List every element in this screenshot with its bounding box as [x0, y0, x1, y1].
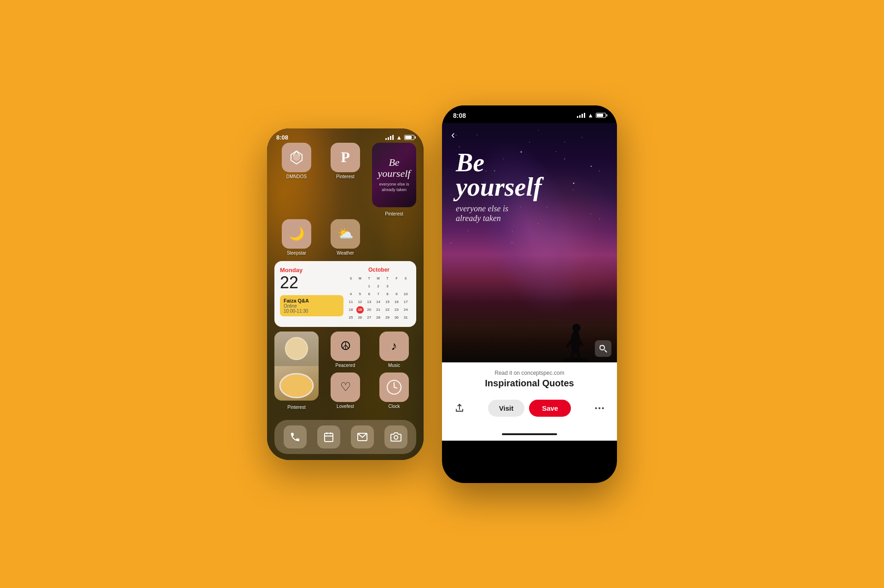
- app-dmndos[interactable]: DMNDOS: [274, 143, 319, 179]
- calendar-month-name: October: [347, 267, 411, 273]
- read-prefix: Read it on: [494, 370, 520, 376]
- pinterest-image: Be yourself everyone else is already tak…: [442, 123, 617, 362]
- status-bar-right: 8:08 ▲: [442, 105, 617, 123]
- sleepstar-icon: 🌙: [282, 219, 311, 249]
- time-left: 8:08: [276, 134, 288, 141]
- quote-be-small: Be: [389, 157, 399, 168]
- svg-line-21: [605, 350, 607, 352]
- quote-yourself-small: yourself: [378, 168, 411, 179]
- quote-sub1-right: everyone else is: [456, 204, 603, 214]
- app-music[interactable]: ♪ Music: [372, 332, 416, 368]
- peacenrd-label: Peacenrd: [336, 363, 355, 368]
- svg-line-17: [578, 351, 579, 360]
- event-title: Faiza Q&A: [284, 298, 340, 303]
- action-row: Visit Save: [451, 396, 608, 420]
- weather-icon: ⛅: [331, 219, 360, 249]
- read-site: conceptspec.com: [521, 370, 564, 376]
- back-button[interactable]: ‹: [451, 128, 455, 141]
- home-bar: [502, 433, 557, 435]
- event-location: Online: [284, 303, 340, 309]
- wifi-icon: ▲: [396, 134, 402, 141]
- calendar-day-num: 22: [280, 274, 343, 292]
- svg-point-22: [595, 407, 597, 409]
- app-pinterest-top[interactable]: P Pinterest: [323, 143, 367, 179]
- photo-widget-label: Pinterest: [287, 405, 305, 410]
- small-apps-col1: ☮ Peacenrd ♡ Lovefest: [323, 332, 367, 409]
- app-peacenrd[interactable]: ☮ Peacenrd: [323, 332, 367, 368]
- music-label: Music: [388, 363, 400, 368]
- lens-search-icon[interactable]: [595, 340, 611, 357]
- svg-point-24: [602, 407, 604, 409]
- pinterest-top-icon: P: [331, 143, 360, 172]
- calendar-day-name: Monday: [280, 267, 343, 274]
- app-clock[interactable]: Clock: [372, 373, 416, 409]
- battery-icon-right: [596, 113, 606, 118]
- clock-label: Clock: [388, 404, 400, 409]
- phone-right: 8:08 ▲ ‹: [442, 105, 617, 483]
- more-button[interactable]: [591, 400, 608, 416]
- bottom-apps-section: Pinterest ☮ Peacenrd ♡ Lovefest ♪ Music: [267, 327, 424, 413]
- bottom-sheet: Read it on conceptspec.com Inspirational…: [442, 362, 617, 428]
- calendar-widget: Monday 22 Faiza Q&A Online 10:00-11:30 O…: [274, 261, 416, 327]
- status-bar-left: 8:08 ▲: [267, 128, 424, 143]
- peacenrd-icon: ☮: [331, 332, 360, 361]
- inspirational-title: Inspirational Quotes: [451, 378, 608, 389]
- svg-point-15: [572, 324, 581, 332]
- dmndos-icon: [282, 143, 311, 172]
- lovefest-icon: ♡: [331, 373, 360, 402]
- save-button[interactable]: Save: [529, 400, 571, 417]
- share-button[interactable]: [451, 400, 468, 416]
- status-right-right: ▲: [577, 112, 606, 119]
- quote-text-right: Be yourself everyone else is already tak…: [442, 151, 617, 223]
- visit-button[interactable]: Visit: [488, 400, 524, 417]
- pinterest-large-box: Be yourself everyone else is already tak…: [372, 143, 416, 207]
- dock-camera[interactable]: [384, 425, 407, 448]
- app-lovefest[interactable]: ♡ Lovefest: [323, 373, 367, 409]
- sleepstar-label: Sleepstar: [287, 250, 306, 256]
- clock-icon: [379, 373, 409, 402]
- wifi-icon-right: ▲: [587, 112, 593, 119]
- pinterest-large-label: Pinterest: [385, 211, 403, 216]
- battery-icon: [404, 135, 414, 140]
- pinterest-large-widget[interactable]: Be yourself everyone else is already tak…: [372, 143, 416, 217]
- dock: [274, 420, 416, 454]
- photo-widget[interactable]: Pinterest: [274, 332, 319, 413]
- app-weather[interactable]: ⛅ Weather: [323, 219, 367, 256]
- svg-line-6: [394, 387, 397, 388]
- home-indicator: [442, 428, 617, 441]
- phone-left: 8:08 ▲: [267, 128, 424, 460]
- dock-mail[interactable]: [351, 425, 374, 448]
- lovefest-label: Lovefest: [337, 404, 354, 409]
- dmndos-label: DMNDOS: [286, 174, 307, 179]
- weather-label: Weather: [337, 250, 354, 256]
- app-sleepstar[interactable]: 🌙 Sleepstar: [274, 219, 319, 256]
- dock-calendar[interactable]: [317, 425, 340, 448]
- svg-rect-7: [325, 433, 333, 442]
- main-actions: Visit Save: [488, 400, 571, 417]
- svg-point-12: [394, 436, 398, 439]
- calendar-left: Monday 22 Faiza Q&A Online 10:00-11:30: [280, 267, 343, 321]
- silhouette: [562, 307, 589, 362]
- calendar-grid: S M T W T F S 1 2 3 4 5: [347, 275, 411, 321]
- calendar-right: October S M T W T F S 1 2 3: [347, 267, 411, 321]
- signal-icon: [385, 135, 394, 140]
- signal-icon-right: [577, 113, 585, 118]
- status-right-left: ▲: [385, 134, 414, 141]
- back-chevron: ‹: [451, 128, 455, 141]
- dock-phone[interactable]: [284, 425, 307, 448]
- phones-container: 8:08 ▲: [267, 105, 617, 483]
- svg-point-13: [564, 358, 587, 362]
- quote-sub-small: everyone else is already taken: [378, 182, 411, 192]
- quote-be-right: Be: [456, 151, 603, 175]
- pinterest-top-label: Pinterest: [336, 174, 354, 179]
- event-time: 10:00-11:30: [284, 309, 340, 314]
- read-it-on: Read it on conceptspec.com: [451, 370, 608, 376]
- svg-point-23: [599, 407, 600, 409]
- calendar-event[interactable]: Faiza Q&A Online 10:00-11:30: [280, 295, 343, 316]
- small-apps-col2: ♪ Music Clock: [372, 332, 416, 409]
- quote-sub2-right: already taken: [456, 214, 603, 223]
- music-icon: ♪: [379, 332, 409, 361]
- time-right: 8:08: [453, 112, 466, 119]
- quote-yourself-right: yourself: [456, 175, 603, 199]
- svg-marker-1: [293, 154, 300, 161]
